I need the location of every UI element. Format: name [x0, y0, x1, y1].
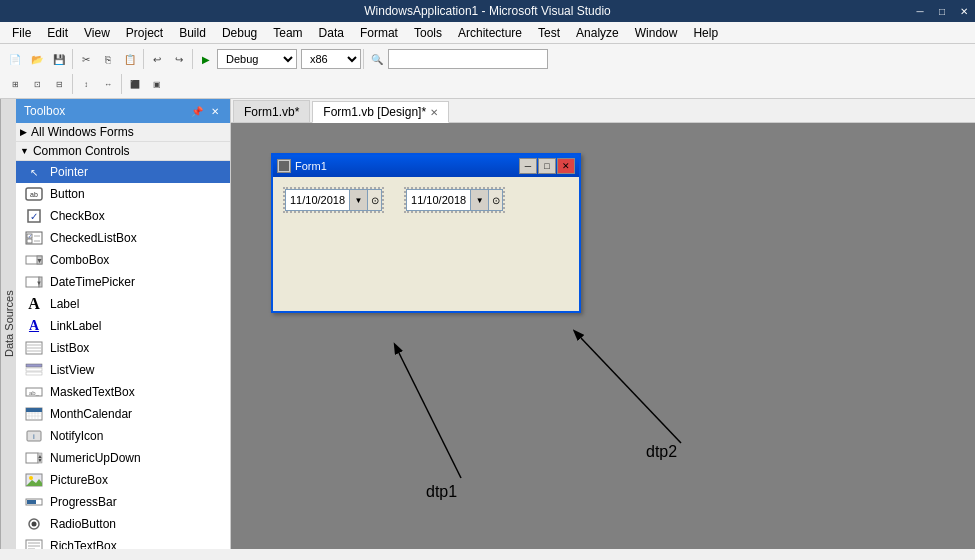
dtp2-text: 11/10/2018 [411, 194, 466, 206]
combobox-icon: ▼ [24, 250, 44, 270]
tab-form1-vb[interactable]: Form1.vb* [233, 100, 310, 122]
form-minimize-btn[interactable]: ─ [519, 158, 537, 174]
data-sources-tab[interactable]: Data Sources [0, 99, 16, 549]
toolbox-section-common-controls[interactable]: ▼ Common Controls [16, 142, 230, 161]
design-area: Form1.vb* Form1.vb [Design]* ✕ Form1 [231, 99, 975, 549]
toolbox-item-listbox[interactable]: ListBox [16, 337, 230, 359]
window-controls: ─ □ ✕ [909, 0, 975, 22]
dtp2-value[interactable]: 11/10/2018 [406, 189, 471, 211]
dtp2-control[interactable]: 11/10/2018 ▼ ⊙ [404, 187, 505, 213]
menu-view[interactable]: View [76, 22, 118, 44]
tab-close-icon[interactable]: ✕ [430, 107, 438, 118]
menu-debug[interactable]: Debug [214, 22, 265, 44]
form-window[interactable]: Form1 ─ □ ✕ 11/10/2018 ▼ ⊙ [271, 153, 581, 313]
toolbox-item-checkedlistbox[interactable]: ✓ CheckedListBox [16, 227, 230, 249]
menu-project[interactable]: Project [118, 22, 171, 44]
maximize-button[interactable]: □ [931, 0, 953, 22]
design-canvas[interactable]: Form1 ─ □ ✕ 11/10/2018 ▼ ⊙ [231, 123, 975, 549]
form-close-btn[interactable]: ✕ [557, 158, 575, 174]
toolbox-item-listview[interactable]: ListView [16, 359, 230, 381]
svg-text:▼: ▼ [36, 280, 42, 286]
search-input[interactable] [388, 49, 548, 69]
menu-window[interactable]: Window [627, 22, 686, 44]
combobox-label: ComboBox [50, 253, 109, 267]
toolbox-item-maskedtextbox[interactable]: ab_ MaskedTextBox [16, 381, 230, 403]
toolbox-item-combobox[interactable]: ▼ ComboBox [16, 249, 230, 271]
svg-text:ab: ab [30, 191, 38, 198]
toolbox-item-radiobutton[interactable]: RadioButton [16, 513, 230, 535]
menu-test[interactable]: Test [530, 22, 568, 44]
toolbox-item-datetimepicker[interactable]: ▼ DateTimePicker [16, 271, 230, 293]
checkbox-label: CheckBox [50, 209, 105, 223]
svg-rect-26 [26, 408, 42, 412]
tb-sep4 [363, 49, 364, 69]
debug-config-select[interactable]: Debug Release [217, 49, 297, 69]
dtp1-extra-btn[interactable]: ⊙ [368, 189, 382, 211]
toolbox-item-numericupdown[interactable]: ▲▼ NumericUpDown [16, 447, 230, 469]
tb-save[interactable]: 💾 [48, 48, 70, 70]
richtextbox-label: RichTextBox [50, 539, 117, 549]
toolbox-content: ▶ All Windows Forms ▼ Common Controls ↖ … [16, 123, 230, 549]
menu-architecture[interactable]: Architecture [450, 22, 530, 44]
tb-extra2[interactable]: ⊡ [26, 73, 48, 95]
datetimepicker-icon: ▼ [24, 272, 44, 292]
menu-edit[interactable]: Edit [39, 22, 76, 44]
toolbox-section-all-windows-forms[interactable]: ▶ All Windows Forms [16, 123, 230, 142]
svg-point-45 [32, 522, 37, 527]
dtp1-control[interactable]: 11/10/2018 ▼ ⊙ [283, 187, 384, 213]
tb-redo[interactable]: ↪ [168, 48, 190, 70]
toolbox-item-checkbox[interactable]: ✓ CheckBox [16, 205, 230, 227]
dtp1-dropdown-btn[interactable]: ▼ [350, 189, 368, 211]
toolbox-item-picturebox[interactable]: PictureBox [16, 469, 230, 491]
platform-select[interactable]: x86 x64 [301, 49, 361, 69]
tb-paste[interactable]: 📋 [119, 48, 141, 70]
tb-extra5[interactable]: ↔ [97, 73, 119, 95]
close-button[interactable]: ✕ [953, 0, 975, 22]
dtp1-value[interactable]: 11/10/2018 [285, 189, 350, 211]
toolbox-panel: Toolbox 📌 ✕ ▶ All Windows Forms ▼ Common… [16, 99, 231, 549]
svg-rect-52 [279, 161, 289, 171]
minimize-button[interactable]: ─ [909, 0, 931, 22]
toolbox-item-pointer[interactable]: ↖ Pointer [16, 161, 230, 183]
tb-extra1[interactable]: ⊞ [4, 73, 26, 95]
button-label: Button [50, 187, 85, 201]
menu-team[interactable]: Team [265, 22, 310, 44]
tab-form1-design[interactable]: Form1.vb [Design]* ✕ [312, 101, 449, 123]
dtp2-extra-btn[interactable]: ⊙ [489, 189, 503, 211]
toolbox-pin-btn[interactable]: 📌 [188, 106, 206, 117]
tb-extra3[interactable]: ⊟ [48, 73, 70, 95]
menu-analyze[interactable]: Analyze [568, 22, 627, 44]
form-maximize-btn[interactable]: □ [538, 158, 556, 174]
toolbox-item-linklabel[interactable]: A LinkLabel [16, 315, 230, 337]
tb-search[interactable]: 🔍 [366, 48, 388, 70]
tb-extra4[interactable]: ↕ [75, 73, 97, 95]
toolbox-item-label[interactable]: A Label [16, 293, 230, 315]
menu-file[interactable]: File [4, 22, 39, 44]
menu-help[interactable]: Help [685, 22, 726, 44]
menu-build[interactable]: Build [171, 22, 214, 44]
tb-start[interactable]: ▶ [195, 48, 217, 70]
tb-extra7[interactable]: ▣ [146, 73, 168, 95]
arrow-icon: ▶ [20, 127, 27, 137]
tb-cut[interactable]: ✂ [75, 48, 97, 70]
menu-data[interactable]: Data [311, 22, 352, 44]
toolbox-item-button[interactable]: ab Button [16, 183, 230, 205]
dtp2-dropdown-btn[interactable]: ▼ [471, 189, 489, 211]
checkedlistbox-label: CheckedListBox [50, 231, 137, 245]
tb-sep6 [121, 74, 122, 94]
tb-undo[interactable]: ↩ [146, 48, 168, 70]
toolbox-item-progressbar[interactable]: ProgressBar [16, 491, 230, 513]
toolbox-item-notifyicon[interactable]: i NotifyIcon [16, 425, 230, 447]
tb-open[interactable]: 📂 [26, 48, 48, 70]
toolbox-item-monthcalendar[interactable]: MonthCalendar [16, 403, 230, 425]
menu-format[interactable]: Format [352, 22, 406, 44]
tb-new[interactable]: 📄 [4, 48, 26, 70]
monthcalendar-icon [24, 404, 44, 424]
tb-copy[interactable]: ⎘ [97, 48, 119, 70]
title-bar: WindowsApplication1 - Microsoft Visual S… [0, 0, 975, 22]
picturebox-label: PictureBox [50, 473, 108, 487]
toolbox-item-richtextbox[interactable]: RichTextBox [16, 535, 230, 549]
toolbox-close-btn[interactable]: ✕ [208, 106, 222, 117]
menu-tools[interactable]: Tools [406, 22, 450, 44]
tb-extra6[interactable]: ⬛ [124, 73, 146, 95]
